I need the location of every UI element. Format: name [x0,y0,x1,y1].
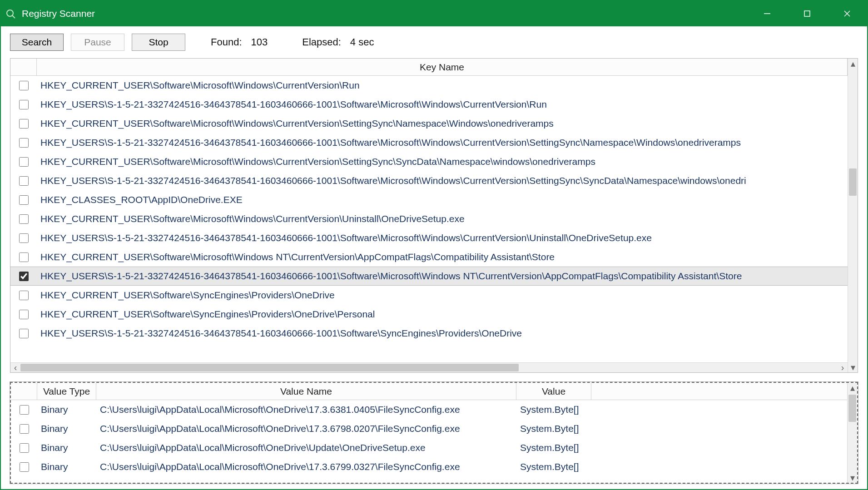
row-checkbox[interactable] [19,252,29,262]
window-title: Registry Scanner [22,8,747,19]
table-row[interactable]: BinaryC:\Users\luigi\AppData\Local\Micro… [11,400,847,419]
svg-line-1 [12,15,15,18]
vscroll-thumb[interactable] [849,168,857,196]
value-name-cell: C:\Users\luigi\AppData\Local\Microsoft\O… [96,423,516,434]
app-window: Registry Scanner Search Pause Stop Found… [0,0,868,490]
value-type-cell: Binary [37,461,96,472]
scroll-up-icon[interactable]: ▴ [848,383,857,393]
table-row[interactable]: HKEY_CURRENT_USER\Software\Microsoft\Win… [10,114,848,133]
keys-hscrollbar[interactable]: ‹ › [10,362,848,372]
row-checkbox[interactable] [19,176,29,186]
keys-grid-body[interactable]: HKEY_CURRENT_USER\Software\Microsoft\Win… [10,76,848,362]
svg-rect-3 [804,11,810,16]
key-name-cell: HKEY_USERS\S-1-5-21-3327424516-346437854… [37,328,848,339]
key-name-cell: HKEY_USERS\S-1-5-21-3327424516-346437854… [37,99,848,110]
scroll-up-icon[interactable]: ▴ [848,59,858,69]
table-row[interactable]: HKEY_CURRENT_USER\Software\Microsoft\Win… [10,76,848,95]
value-value-cell: System.Byte[] [516,404,591,415]
value-name-cell: C:\Users\luigi\AppData\Local\Microsoft\O… [96,404,516,415]
table-row[interactable]: HKEY_CURRENT_USER\Software\Microsoft\Win… [10,209,848,228]
values-col-checkbox[interactable] [11,383,37,400]
values-col-value[interactable]: Value [516,383,591,400]
value-name-cell: C:\Users\luigi\AppData\Local\Microsoft\O… [96,442,516,453]
key-name-cell: HKEY_USERS\S-1-5-21-3327424516-346437854… [37,233,848,243]
values-grid-header: Value Type Value Name Value [11,383,847,400]
table-row[interactable]: HKEY_CURRENT_USER\Software\Microsoft\Win… [10,247,848,267]
table-row[interactable]: HKEY_USERS\S-1-5-21-3327424516-346437854… [10,267,848,286]
row-checkbox[interactable] [20,462,29,472]
value-type-cell: Binary [37,442,96,453]
key-name-cell: HKEY_CURRENT_USER\Software\Microsoft\Win… [37,156,848,167]
table-row[interactable]: BinaryC:\Users\luigi\AppData\Local\Micro… [11,438,847,457]
close-button[interactable] [827,1,867,26]
values-vscrollbar[interactable]: ▴ ▾ [847,383,857,483]
content-area: Key Name HKEY_CURRENT_USER\Software\Micr… [1,58,867,489]
row-checkbox[interactable] [19,119,29,129]
keys-grid-header: Key Name [10,59,848,76]
row-checkbox[interactable] [19,233,29,243]
value-value-cell: System.Byte[] [516,461,591,472]
row-checkbox[interactable] [19,291,29,300]
key-name-cell: HKEY_USERS\S-1-5-21-3327424516-346437854… [37,175,848,186]
row-checkbox[interactable] [19,310,29,319]
vscroll-thumb[interactable] [848,395,856,422]
scroll-left-icon[interactable]: ‹ [10,363,20,372]
row-checkbox[interactable] [19,195,29,205]
maximize-button[interactable] [787,1,827,26]
window-controls [747,1,867,26]
table-row[interactable]: HKEY_USERS\S-1-5-21-3327424516-346437854… [10,324,848,343]
stop-button[interactable]: Stop [132,34,185,51]
table-row[interactable]: BinaryC:\Users\luigi\AppData\Local\Micro… [11,457,847,476]
minimize-button[interactable] [747,1,787,26]
row-checkbox[interactable] [19,157,29,167]
app-icon [5,8,16,20]
row-checkbox[interactable] [19,138,29,148]
values-col-name[interactable]: Value Name [96,383,516,400]
keys-col-checkbox[interactable] [10,59,37,75]
table-row[interactable]: HKEY_CURRENT_USER\Software\SyncEngines\P… [10,305,848,324]
row-checkbox[interactable] [19,81,29,90]
table-row[interactable]: HKEY_CURRENT_USER\Software\SyncEngines\P… [10,286,848,305]
scroll-down-icon[interactable]: ▾ [848,473,857,483]
keys-vscrollbar[interactable]: ▴ ▾ [848,59,858,372]
table-row[interactable]: HKEY_USERS\S-1-5-21-3327424516-346437854… [10,133,848,152]
keys-col-keyname[interactable]: Key Name [37,59,848,75]
scroll-right-icon[interactable]: › [838,363,848,372]
search-button[interactable]: Search [10,34,64,51]
keys-panel: Key Name HKEY_CURRENT_USER\Software\Micr… [10,58,858,373]
toolbar: Search Pause Stop Found: 103 Elapsed: 4 … [1,26,867,58]
key-name-cell: HKEY_CURRENT_USER\Software\Microsoft\Win… [37,118,848,129]
table-row[interactable]: HKEY_CLASSES_ROOT\AppID\OneDrive.EXE [10,190,848,209]
value-type-cell: Binary [37,404,96,415]
hscroll-thumb[interactable] [20,364,519,371]
row-checkbox[interactable] [20,405,29,415]
value-value-cell: System.Byte[] [516,442,591,453]
table-row[interactable]: HKEY_USERS\S-1-5-21-3327424516-346437854… [10,228,848,247]
key-name-cell: HKEY_CLASSES_ROOT\AppID\OneDrive.EXE [37,194,848,205]
row-checkbox[interactable] [20,443,29,453]
value-name-cell: C:\Users\luigi\AppData\Local\Microsoft\O… [96,461,516,472]
value-value-cell: System.Byte[] [516,423,591,434]
row-checkbox[interactable] [20,424,29,434]
titlebar: Registry Scanner [1,1,867,26]
value-type-cell: Binary [37,423,96,434]
row-checkbox[interactable] [19,329,29,338]
row-checkbox[interactable] [19,100,29,109]
svg-point-0 [7,10,13,16]
key-name-cell: HKEY_CURRENT_USER\Software\SyncEngines\P… [37,290,848,301]
table-row[interactable]: HKEY_USERS\S-1-5-21-3327424516-346437854… [10,171,848,190]
pause-button[interactable]: Pause [71,34,124,51]
table-row[interactable]: BinaryC:\Users\luigi\AppData\Local\Micro… [11,419,847,438]
values-grid-body[interactable]: BinaryC:\Users\luigi\AppData\Local\Micro… [11,400,847,483]
key-name-cell: HKEY_CURRENT_USER\Software\Microsoft\Win… [37,252,848,262]
row-checkbox[interactable] [19,272,29,281]
key-name-cell: HKEY_CURRENT_USER\Software\Microsoft\Win… [37,80,848,91]
table-row[interactable]: HKEY_USERS\S-1-5-21-3327424516-346437854… [10,95,848,114]
key-name-cell: HKEY_USERS\S-1-5-21-3327424516-346437854… [37,137,848,148]
key-name-cell: HKEY_CURRENT_USER\Software\SyncEngines\P… [37,309,848,320]
table-row[interactable]: HKEY_CURRENT_USER\Software\Microsoft\Win… [10,152,848,171]
values-col-type[interactable]: Value Type [37,383,96,400]
found-value: 103 [251,36,268,48]
scroll-down-icon[interactable]: ▾ [848,362,858,372]
row-checkbox[interactable] [19,214,29,224]
